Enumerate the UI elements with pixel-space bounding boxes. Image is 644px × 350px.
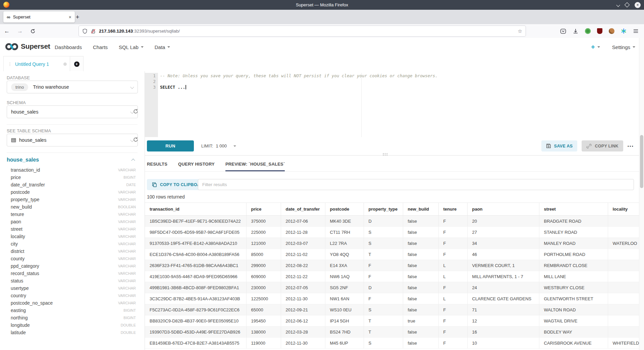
refresh-table-icon[interactable] (133, 137, 139, 142)
table-cell: D (364, 282, 403, 293)
table-cell: MANLEY ROAD (539, 238, 608, 249)
add-new-button[interactable]: + (591, 43, 600, 51)
query-tab-active[interactable]: ⋮ Untitled Query 1 × (3, 56, 77, 72)
column-header-transaction_id[interactable]: transaction_id (145, 203, 246, 216)
superset-logo-icon[interactable] (5, 42, 19, 51)
sqllab-sidebar: DATABASE trino Trino warehouse SCHEMA ho… (0, 71, 145, 350)
extension-spark-icon[interactable] (621, 28, 627, 34)
column-type: VARCHAR (118, 301, 136, 305)
run-button[interactable]: RUN (147, 140, 194, 151)
tab-close-icon[interactable]: × (69, 14, 71, 20)
chevron-up-icon[interactable] (131, 159, 135, 162)
table-row: 499B1981-3B6B-4BCD-808F-9FED9802BFA12300… (145, 282, 639, 293)
superset-brand[interactable]: Superset (21, 42, 50, 50)
column-header-locality[interactable]: locality (608, 203, 639, 216)
window-minimize-icon[interactable] (616, 3, 620, 7)
filter-results-input[interactable] (198, 179, 634, 190)
south-tab-preview-house-sales[interactable]: PREVIEW: `HOUSE_SALES` (225, 158, 285, 171)
add-query-tab-button[interactable]: + (70, 56, 84, 72)
table-select[interactable]: house_sales (7, 134, 138, 146)
column-header-postcode[interactable]: postcode (325, 203, 364, 216)
schema-column-row: cityVARCHAR (0, 240, 145, 248)
table-cell: CLARENCE GATE GARDENS (467, 293, 539, 304)
url-bar[interactable]: 217.160.120.143:32393/superset/sqllab/ ☆ (79, 26, 526, 36)
scrollbar-thumb[interactable] (640, 135, 643, 188)
table-cell: L (438, 260, 467, 271)
cookie-icon[interactable] (609, 28, 614, 34)
code-line[interactable] (158, 79, 639, 84)
extension-green-icon[interactable] (585, 28, 591, 34)
code-line[interactable]: SELECT ... (158, 84, 639, 90)
settings-menu[interactable]: Settings (612, 44, 635, 50)
query-status-dot (63, 62, 67, 66)
url-path: :32393/superset/sqllab/ (133, 29, 180, 34)
table-cell: 2012-11-30 (281, 293, 325, 304)
pane-splitter-handle[interactable] (382, 153, 388, 156)
new-tab-button[interactable]: + (72, 11, 83, 23)
download-icon[interactable] (573, 28, 579, 34)
table-cell: 2012-08-22 (281, 260, 325, 271)
drag-handle-icon[interactable]: ⋮ (8, 61, 12, 67)
table-cell: SG5 2NF (325, 282, 364, 293)
page-scrollbar[interactable] (639, 38, 644, 350)
nav-item-data[interactable]: Data (155, 44, 170, 50)
south-tab-results[interactable]: RESULTS (147, 158, 167, 171)
table-schema-title[interactable]: house_sales (7, 157, 39, 163)
nav-item-dashboards[interactable]: Dashboards (55, 44, 82, 50)
column-header-street[interactable]: street (539, 203, 608, 216)
results-toolbar: COPY TO CLIPBOARD (145, 179, 639, 191)
table-cell: 230000 (246, 282, 281, 293)
column-name: property_type (11, 197, 40, 202)
limit-dropdown[interactable]: LIMIT: 1 000 (201, 140, 236, 151)
bookmark-star-icon[interactable]: ☆ (518, 28, 522, 34)
table-cell: S (364, 338, 403, 349)
database-select[interactable]: trino Trino warehouse (7, 81, 138, 93)
editor-lines[interactable]: -- Note: Unless you save your query, the… (158, 73, 639, 90)
window-close-icon[interactable]: × (635, 2, 641, 8)
column-name: easting (11, 308, 26, 313)
more-options-icon[interactable]: ••• (628, 144, 634, 148)
table-cell: false (403, 249, 438, 260)
schema-select[interactable]: house_sales (7, 105, 138, 118)
table-cell: 2636F323-FF41-4765-81DB-98CAA6A43BC1 (145, 260, 246, 271)
column-header-date_of_transfer[interactable]: date_of_transfer (281, 203, 325, 216)
ublock-shield-icon[interactable] (597, 28, 602, 34)
schema-column-row: latitudeDOUBLE (0, 329, 145, 336)
table-cell: F (438, 338, 467, 349)
column-header-price[interactable]: price (246, 203, 281, 216)
hamburger-menu-icon[interactable] (633, 28, 639, 34)
column-type: DOUBLE (121, 331, 136, 335)
copy-link-button[interactable]: COPY LINK (582, 140, 623, 151)
navbar-items: DashboardsChartsSQL LabData (55, 38, 170, 56)
column-header-paon[interactable]: paon (467, 203, 539, 216)
insecure-lock-icon[interactable] (91, 29, 96, 34)
table-cell (608, 260, 639, 271)
column-type: VARCHAR (118, 279, 136, 283)
nav-item-charts[interactable]: Charts (93, 44, 108, 50)
save-as-button[interactable]: SAVE AS (541, 140, 578, 151)
nav-item-sql-lab[interactable]: SQL Lab (119, 44, 144, 50)
window-maximize-icon[interactable] (625, 2, 630, 8)
column-name: country (11, 293, 26, 298)
firefox-tab[interactable]: ∞ Superset × (3, 11, 75, 23)
column-header-property_type[interactable]: property_type (364, 203, 403, 216)
south-tab-query-history[interactable]: QUERY HISTORY (178, 158, 215, 171)
table-cell: S (364, 304, 403, 315)
back-icon[interactable]: ← (4, 28, 10, 35)
table-cell: BRADGATE ROAD (539, 216, 608, 227)
table-row: ECE1D376-C9A6-4C00-B004-A380B189FA568500… (145, 249, 639, 260)
schema-column-row: paonVARCHAR (0, 218, 145, 225)
code-line[interactable]: -- Note: Unless you save your query, the… (158, 73, 639, 79)
reload-icon[interactable] (30, 29, 36, 34)
table-cell: 2012-09-21 (281, 304, 325, 315)
column-header-tenure[interactable]: tenure (438, 203, 467, 216)
database-value: Trino warehouse (33, 84, 69, 90)
forward-icon[interactable]: → (17, 28, 23, 35)
schema-column-row: date_of_transferDATE (0, 181, 145, 188)
refresh-schema-icon[interactable] (133, 108, 139, 114)
column-header-new_build[interactable]: new_build (403, 203, 438, 216)
schema-column-row: new_buildBOOLEAN (0, 203, 145, 211)
tracking-shield-icon[interactable] (82, 29, 88, 34)
pocket-icon[interactable] (560, 28, 566, 34)
sql-editor[interactable]: 123 -- Note: Unless you save your query,… (145, 73, 639, 137)
